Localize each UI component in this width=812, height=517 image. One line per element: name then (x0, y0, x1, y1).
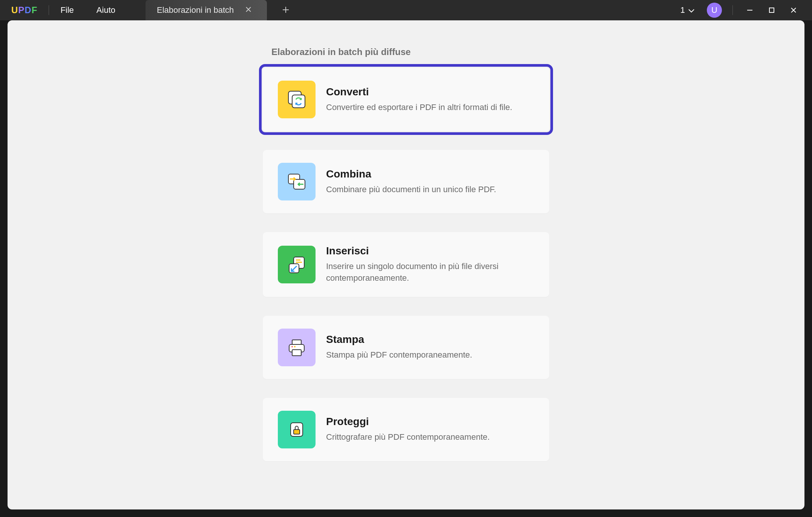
convert-icon (278, 81, 316, 118)
maximize-button[interactable] (763, 3, 780, 18)
protect-icon (278, 411, 316, 448)
window-count[interactable]: 1 (680, 5, 695, 15)
card-title: Inserisci (326, 245, 534, 257)
combine-icon (278, 163, 316, 200)
avatar[interactable]: U (707, 3, 722, 18)
card-convert[interactable]: Converti Convertire ed esportare i PDF i… (263, 68, 549, 131)
insert-icon (278, 246, 316, 283)
svg-rect-2 (292, 95, 305, 108)
tab-title: Elaborazioni in batch (157, 5, 234, 15)
svg-point-11 (291, 346, 293, 347)
svg-rect-9 (292, 340, 301, 344)
menu-file[interactable]: File (60, 5, 74, 15)
card-desc: Combinare più documenti in un unico file… (326, 184, 534, 196)
card-insert[interactable]: Inserisci Inserire un singolo documento … (263, 232, 549, 297)
card-title: Converti (326, 86, 534, 98)
card-desc: Inserire un singolo documento in più fil… (326, 261, 534, 284)
card-title: Proteggi (326, 416, 534, 428)
titlebar: UPDF File Aiuto Elaborazioni in batch 1 … (0, 0, 812, 20)
svg-rect-13 (292, 350, 301, 356)
card-print[interactable]: Stampa Stampa più PDF contemporaneamente… (263, 316, 549, 379)
card-protect[interactable]: Proteggi Crittografare più PDF contempor… (263, 398, 549, 461)
menu-help[interactable]: Aiuto (97, 5, 115, 15)
close-button[interactable] (785, 3, 802, 18)
divider (49, 5, 49, 15)
card-desc: Stampa più PDF contemporaneamente. (326, 349, 534, 361)
chevron-down-icon (688, 5, 695, 15)
minimize-button[interactable] (741, 3, 758, 18)
card-title: Stampa (326, 333, 534, 346)
card-desc: Crittografare più PDF contemporaneamente… (326, 431, 534, 443)
card-desc: Convertire ed esportare i PDF in altri f… (326, 102, 534, 113)
card-title: Combina (326, 168, 534, 180)
app-logo: UPDF (11, 5, 37, 15)
svg-rect-0 (769, 8, 774, 12)
tab-batch[interactable]: Elaborazioni in batch (146, 0, 267, 20)
divider (732, 5, 733, 15)
close-icon[interactable] (245, 6, 252, 15)
card-combine[interactable]: Combina Combinare più documenti in un un… (263, 150, 549, 213)
content-area: Elaborazioni in batch più diffuse Conver… (8, 20, 804, 509)
batch-cards: Converti Convertire ed esportare i PDF i… (8, 68, 804, 461)
section-title: Elaborazioni in batch più diffuse (271, 47, 804, 57)
print-icon (278, 329, 316, 366)
add-tab-icon[interactable] (282, 5, 290, 16)
svg-point-12 (294, 346, 296, 347)
svg-rect-15 (294, 430, 300, 434)
